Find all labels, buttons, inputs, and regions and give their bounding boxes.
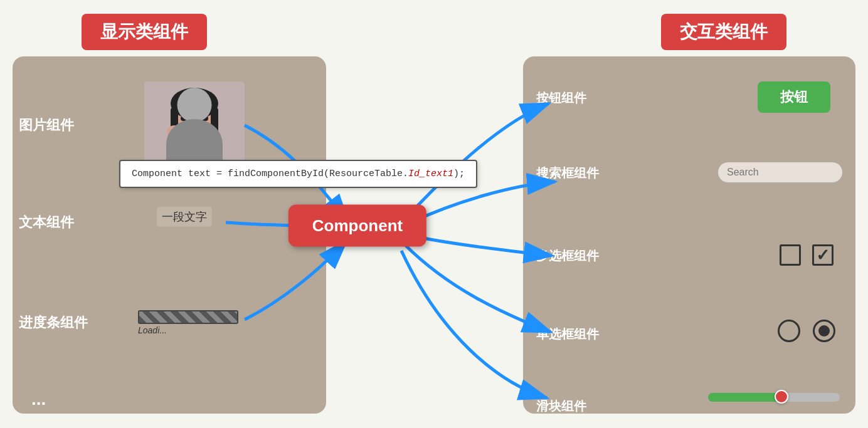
- checkbox-component-label: 多选框组件: [536, 248, 599, 264]
- progress-component-display: Loadi...: [138, 310, 238, 335]
- radio-unchecked[interactable]: [778, 320, 800, 342]
- checkbox-checked[interactable]: ✓: [812, 244, 834, 266]
- svg-point-7: [167, 125, 182, 138]
- button-component-demo[interactable]: 按钮: [758, 81, 830, 113]
- code-text-start: Component text = findComponentById(Resou…: [132, 169, 408, 179]
- svg-rect-6: [199, 116, 208, 121]
- svg-rect-5: [181, 116, 190, 121]
- left-header-label: 显示类组件: [82, 14, 207, 50]
- text-component-label: 文本组件: [19, 213, 74, 232]
- slider-component-label: 滑块组件: [536, 398, 586, 415]
- svg-rect-4: [211, 107, 218, 141]
- more-items-dots: ...: [31, 389, 46, 409]
- slider-thumb[interactable]: [775, 390, 788, 404]
- search-component-label: 搜索框组件: [536, 165, 599, 182]
- checkbox-unchecked[interactable]: [780, 244, 801, 266]
- slider-rest: [781, 393, 840, 402]
- text-component-display: 一段文字: [157, 207, 212, 227]
- progress-text: Loadi...: [138, 325, 238, 335]
- search-input[interactable]: [727, 167, 852, 178]
- radio-component-demo: [778, 320, 835, 342]
- radio-inner-dot: [818, 325, 830, 337]
- slider-track: [708, 393, 840, 402]
- svg-point-1: [172, 92, 216, 140]
- code-text-end: );: [453, 169, 465, 179]
- code-snippet: Component text = findComponentById(Resou…: [119, 160, 477, 188]
- right-header-label: 交互类组件: [661, 14, 786, 50]
- slider-component-demo[interactable]: [708, 390, 840, 404]
- svg-rect-3: [171, 107, 178, 141]
- component-center-button[interactable]: Component: [288, 205, 426, 247]
- slider-fill: [708, 393, 781, 402]
- button-component-label: 按钮组件: [536, 90, 586, 107]
- img-component-label: 图片组件: [19, 116, 74, 135]
- progress-bar: [138, 310, 238, 324]
- radio-checked[interactable]: [813, 320, 835, 342]
- checkbox-component-demo: ✓: [780, 244, 834, 266]
- progress-component-label: 进度条组件: [19, 313, 88, 332]
- radio-component-label: 单选框组件: [536, 326, 599, 343]
- search-component-demo[interactable]: [717, 162, 843, 183]
- code-italic: Id_text1: [408, 169, 453, 179]
